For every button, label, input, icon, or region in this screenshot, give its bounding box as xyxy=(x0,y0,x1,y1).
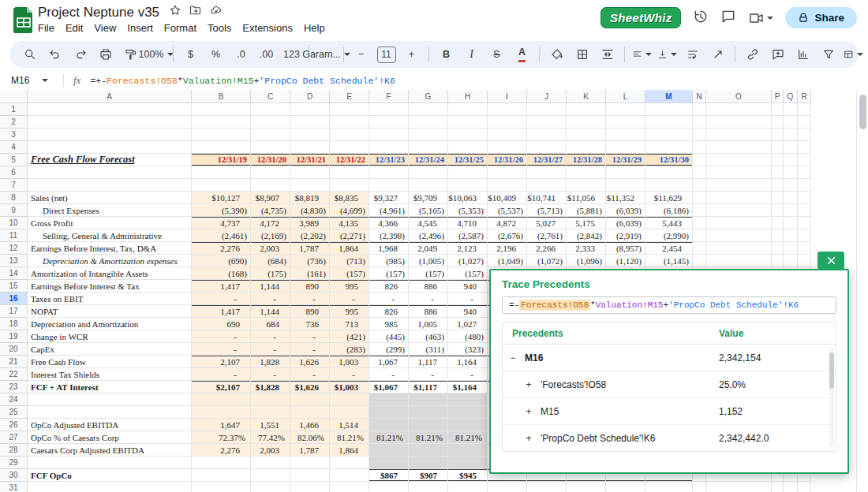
cell-H26[interactable] xyxy=(448,419,488,431)
cell-N8[interactable] xyxy=(693,192,706,204)
cell-H29[interactable] xyxy=(448,457,488,469)
cell-C19[interactable]: - xyxy=(251,330,290,343)
cell-D13[interactable]: (736) xyxy=(290,255,330,267)
cell-R5[interactable] xyxy=(798,154,811,166)
cell-R1[interactable] xyxy=(798,103,811,116)
redo-icon[interactable] xyxy=(68,44,92,65)
cell-E10[interactable]: 4,135 xyxy=(330,217,369,229)
cell-A12[interactable]: Earnings Before Interest, Tax, D&A xyxy=(28,242,192,255)
cell-R8[interactable] xyxy=(798,192,811,204)
cell-B15[interactable]: 1,417 xyxy=(192,280,251,293)
cell-L6[interactable] xyxy=(606,166,645,179)
cell-J6[interactable] xyxy=(527,166,567,179)
cell-A18[interactable]: Depreciation and Amortization xyxy=(28,318,192,330)
cell-D25[interactable] xyxy=(290,406,330,419)
column-header-N[interactable]: N xyxy=(693,90,706,103)
cell-I31[interactable] xyxy=(488,482,527,492)
cell-M10[interactable]: 5,443 xyxy=(645,217,693,229)
row-header-15[interactable]: 15 xyxy=(0,280,28,293)
cell-D23[interactable]: $1,626 xyxy=(290,381,330,393)
row-header-19[interactable]: 19 xyxy=(0,330,28,343)
cell-O9[interactable] xyxy=(706,204,772,217)
cell-K9[interactable]: (5,881) xyxy=(567,204,606,217)
cell-E16[interactable]: - xyxy=(330,293,369,305)
cell-I6[interactable] xyxy=(488,166,527,179)
cell-E30[interactable] xyxy=(330,469,369,482)
cell-N12[interactable] xyxy=(693,242,706,255)
cell-H3[interactable] xyxy=(448,129,488,141)
cell-C2[interactable] xyxy=(251,116,290,129)
cell-B4[interactable] xyxy=(192,141,251,154)
cell-B17[interactable]: 1,417 xyxy=(192,305,251,318)
cell-D22[interactable]: - xyxy=(290,368,330,381)
cell-L1[interactable] xyxy=(606,103,645,116)
cell-I11[interactable]: (2,676) xyxy=(488,229,527,242)
cell-E12[interactable]: 1,864 xyxy=(330,242,369,255)
cell-N5[interactable] xyxy=(693,154,706,166)
cell-F31[interactable] xyxy=(369,482,409,492)
cell-O1[interactable] xyxy=(706,103,772,116)
cell-H2[interactable] xyxy=(448,116,488,129)
cell-Q12[interactable] xyxy=(784,242,798,255)
cell-M5[interactable]: 12/31/30 xyxy=(645,154,693,166)
cell-J13[interactable]: (1,072) xyxy=(527,255,567,267)
cell-F1[interactable] xyxy=(369,103,409,116)
cell-A15[interactable]: Earnings Before Interest & Tax xyxy=(28,280,192,293)
expand-toggle-icon[interactable]: + xyxy=(522,433,536,444)
cell-O4[interactable] xyxy=(706,141,772,154)
cell-C26[interactable]: 1,551 xyxy=(251,419,290,431)
cell-A5[interactable]: Free Cash Flow Forecast xyxy=(28,154,192,166)
cell-H17[interactable]: 940 xyxy=(448,305,488,318)
cell-Q7[interactable] xyxy=(784,179,798,192)
menu-help[interactable]: Help xyxy=(298,20,331,35)
cell-K1[interactable] xyxy=(567,103,606,116)
column-header-E[interactable]: E xyxy=(330,90,369,103)
cell-C24[interactable] xyxy=(251,393,290,406)
cell-E20[interactable]: (283) xyxy=(330,343,369,356)
cell-D4[interactable] xyxy=(290,141,330,154)
cell-G3[interactable] xyxy=(409,129,448,141)
cell-C21[interactable]: 1,828 xyxy=(251,356,290,368)
menu-format[interactable]: Format xyxy=(159,20,202,35)
cell-P2[interactable] xyxy=(772,116,784,129)
print-icon[interactable] xyxy=(93,44,118,65)
cell-F24[interactable] xyxy=(369,393,409,406)
cell-Q6[interactable] xyxy=(784,166,798,179)
precedent-row[interactable]: −M162,342,154 xyxy=(503,345,836,371)
cell-C9[interactable]: (4,735) xyxy=(251,204,290,217)
cell-F25[interactable] xyxy=(369,406,409,419)
cell-E14[interactable]: (157) xyxy=(330,267,369,280)
row-header-18[interactable]: 18 xyxy=(0,318,28,330)
cell-H21[interactable]: 1,164 xyxy=(448,356,488,368)
row-header-20[interactable]: 20 xyxy=(0,343,28,356)
popup-scrollbar-thumb[interactable] xyxy=(829,352,834,389)
cell-B7[interactable] xyxy=(192,179,251,192)
row-header-26[interactable]: 26 xyxy=(0,419,28,431)
cell-D8[interactable]: $8,819 xyxy=(290,192,330,204)
cell-H11[interactable]: (2,587) xyxy=(448,229,488,242)
cell-A29[interactable] xyxy=(28,457,192,469)
cell-B6[interactable] xyxy=(192,166,251,179)
cloud-status-icon[interactable] xyxy=(209,4,223,20)
menu-view[interactable]: View xyxy=(88,20,122,35)
cell-K5[interactable]: 12/31/28 xyxy=(567,154,606,166)
cell-D10[interactable]: 3,989 xyxy=(290,217,330,229)
cell-B26[interactable]: 1,647 xyxy=(192,419,251,431)
join-call-button[interactable] xyxy=(748,10,773,26)
cell-R13[interactable] xyxy=(798,255,811,267)
row-header-8[interactable]: 8 xyxy=(0,192,28,204)
expand-toggle-icon[interactable]: + xyxy=(522,406,536,417)
cell-F20[interactable]: (299) xyxy=(369,343,409,356)
cell-J2[interactable] xyxy=(527,116,567,129)
cell-D7[interactable] xyxy=(290,179,330,192)
cell-M1[interactable] xyxy=(645,103,693,116)
row-header-31[interactable]: 31 xyxy=(0,482,28,492)
cell-L2[interactable] xyxy=(606,116,645,129)
cell-F18[interactable]: 985 xyxy=(369,318,409,330)
cell-I13[interactable]: (1,049) xyxy=(488,255,527,267)
cell-C22[interactable]: - xyxy=(251,368,290,381)
cell-F17[interactable]: 826 xyxy=(369,305,409,318)
cell-D6[interactable] xyxy=(290,166,330,179)
star-icon[interactable] xyxy=(169,4,181,20)
cell-A4[interactable] xyxy=(28,141,192,154)
